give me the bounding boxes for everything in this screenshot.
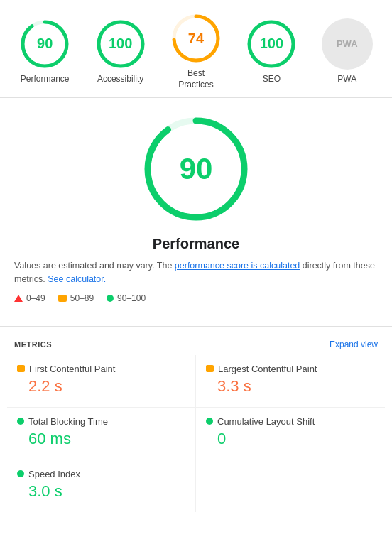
- fcp-value: 2.2 s: [28, 377, 185, 396]
- fcp-indicator: [17, 365, 25, 372]
- legend-label-50-89: 50–89: [70, 293, 94, 303]
- legend-item-green: 90–100: [107, 293, 146, 303]
- scores-row: 90 Performance 100 Accessibility 74 Best…: [0, 0, 392, 98]
- gauge-value-seo: 100: [246, 18, 297, 70]
- metric-name-si: Speed Index: [17, 469, 185, 479]
- legend: 0–49 50–89 90–100: [14, 293, 378, 303]
- si-indicator: [17, 470, 24, 477]
- lcp-label: Largest Contentful Paint: [218, 364, 317, 374]
- metrics-grid: First Contentful Paint 2.2 s Largest Con…: [0, 355, 392, 512]
- expand-view-button[interactable]: Expand view: [330, 340, 378, 349]
- lcp-indicator: [206, 365, 214, 372]
- score-item-best-practices[interactable]: 74 BestPractices: [170, 13, 222, 90]
- cls-indicator: [206, 418, 213, 425]
- metric-card-cls: Cumulative Layout Shift 0: [196, 408, 385, 460]
- tbt-value: 60 ms: [28, 430, 185, 448]
- red-triangle-icon: [14, 295, 23, 302]
- score-label-performance: Performance: [21, 74, 70, 85]
- orange-square-icon: [58, 295, 67, 302]
- si-value: 3.0 s: [28, 482, 185, 501]
- gauge-value-performance: 90: [19, 18, 70, 70]
- performance-score-link[interactable]: performance score is calculated: [175, 261, 300, 271]
- lcp-value: 3.3 s: [217, 377, 375, 396]
- gauge-performance: 90: [19, 18, 70, 70]
- metric-name-tbt: Total Blocking Time: [17, 416, 185, 427]
- metric-card-lcp: Largest Contentful Paint 3.3 s: [196, 355, 385, 408]
- metric-name-fcp: First Contentful Paint: [17, 364, 185, 374]
- fcp-label: First Contentful Paint: [29, 364, 115, 374]
- gauge-seo: 100: [246, 18, 297, 70]
- metrics-header: METRICS Expand view: [0, 331, 392, 355]
- metric-card-fcp: First Contentful Paint 2.2 s: [7, 355, 196, 408]
- detail-note: Values are estimated and may vary. The p…: [14, 259, 378, 286]
- gauge-accessibility: 100: [95, 18, 146, 70]
- calculator-link[interactable]: See calculator.: [48, 274, 106, 284]
- pwa-badge: PWA: [322, 18, 373, 70]
- metric-name-lcp: Largest Contentful Paint: [206, 364, 375, 374]
- tbt-label: Total Blocking Time: [28, 416, 108, 427]
- score-item-performance[interactable]: 90 Performance: [19, 18, 70, 85]
- si-label: Speed Index: [28, 469, 80, 479]
- large-gauge-performance: 90: [139, 112, 253, 226]
- score-item-pwa[interactable]: PWA PWA: [322, 18, 373, 85]
- metrics-title: METRICS: [14, 340, 52, 349]
- metric-name-cls: Cumulative Layout Shift: [206, 416, 375, 427]
- section-divider: [0, 326, 392, 327]
- detail-title: Performance: [14, 236, 378, 252]
- legend-label-0-49: 0–49: [26, 293, 45, 303]
- tbt-indicator: [17, 418, 24, 425]
- score-item-seo[interactable]: 100 SEO: [246, 18, 297, 85]
- metric-card-si: Speed Index 3.0 s: [7, 460, 196, 512]
- score-item-accessibility[interactable]: 100 Accessibility: [95, 18, 146, 85]
- cls-value: 0: [217, 430, 375, 448]
- score-label-best-practices: BestPractices: [178, 68, 213, 90]
- green-dot-icon: [107, 295, 114, 302]
- legend-label-90-100: 90–100: [117, 293, 146, 303]
- gauge-best-practices: 74: [170, 13, 222, 64]
- score-label-pwa: PWA: [337, 74, 356, 85]
- main-detail: 90 Performance Values are estimated and …: [0, 98, 392, 322]
- score-label-accessibility: Accessibility: [97, 74, 143, 85]
- legend-item-red: 0–49: [14, 293, 45, 303]
- large-gauge-value: 90: [139, 112, 253, 226]
- cls-label: Cumulative Layout Shift: [217, 416, 315, 427]
- gauge-value-best-practices: 74: [170, 13, 222, 64]
- legend-item-orange: 50–89: [58, 293, 94, 303]
- score-label-seo: SEO: [263, 74, 281, 85]
- gauge-value-accessibility: 100: [95, 18, 146, 70]
- metric-card-tbt: Total Blocking Time 60 ms: [7, 408, 196, 460]
